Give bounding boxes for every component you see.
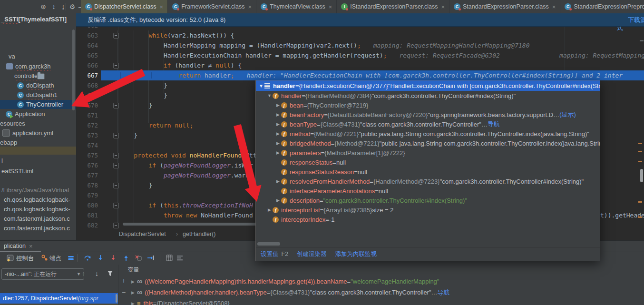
- tree-item-_SSTI[interactable]: _SSTI [ThymeleafSSTI]: [0, 15, 76, 24]
- tab-ThymeleafView.class[interactable]: CThymeleafView.class×: [256, 0, 337, 13]
- tree-item-doDispath1[interactable]: CdoDispath1: [0, 90, 76, 99]
- chevron-right-icon[interactable]: ▶: [275, 112, 281, 117]
- popup-row-interceptorList[interactable]: ▶finterceptorList = {ArrayList@7385} siz…: [256, 205, 600, 215]
- chevron-right-icon[interactable]: ▶: [275, 103, 281, 108]
- chevron-right-icon[interactable]: ▶: [275, 141, 281, 146]
- run-to-cursor-icon[interactable]: [147, 254, 155, 262]
- sidebar-scrollbar[interactable]: [72, 30, 75, 110]
- remove-watch-button[interactable]: −: [121, 289, 127, 295]
- fold-marker[interactable]: [113, 163, 119, 168]
- tab-StandardExpressionParser.class[interactable]: CStandardExpressionParser.class×: [449, 0, 560, 13]
- tab-DispatcherServlet.class[interactable]: CDispatcherServlet.class×: [81, 0, 168, 13]
- console-icon[interactable]: [7, 254, 14, 262]
- tab-FrameworkServlet.class[interactable]: CFrameworkServlet.class×: [168, 0, 256, 13]
- tree-item-ebapp[interactable]: ebapp: [0, 138, 76, 147]
- fold-marker[interactable]: [113, 33, 119, 39]
- close-icon[interactable]: ×: [248, 4, 252, 10]
- watch-row[interactable]: ▶oo((WelcomePageHandlerMapping)this.hand…: [131, 276, 644, 286]
- tree-item-controller[interactable]: controller: [0, 71, 76, 80]
- tree-item-com.garck3h[interactable]: com.garck3h: [0, 62, 76, 71]
- chevron-right-icon[interactable]: ▶: [275, 198, 281, 203]
- tree-item-application.yml[interactable]: application.yml: [0, 128, 76, 138]
- code-line-663[interactable]: 663 while(var2.hasNext()) {: [76, 30, 644, 40]
- tab-IStandardExpressionParser.class[interactable]: IIStandardExpressionParser.class×: [337, 0, 449, 13]
- chevron-right-icon[interactable]: ▶: [131, 301, 137, 305]
- prev-frame-icon[interactable]: ↑: [82, 270, 85, 277]
- locate-icon[interactable]: ⊕: [39, 2, 48, 11]
- tree-item-Application[interactable]: CApplication: [0, 109, 76, 118]
- tree-item-com.fasterxml.jackson.c[interactable]: com.fasterxml.jackson.c: [0, 214, 76, 223]
- frames-scrollbar[interactable]: [116, 294, 117, 303]
- mute-breakpoints-icon[interactable]: [67, 254, 75, 262]
- fold-marker[interactable]: [113, 183, 119, 188]
- popup-row-bridgedMethod[interactable]: ▶fbridgedMethod = {Method@7221} "public …: [256, 138, 600, 148]
- popup-row-resolvedFromHandlerMethod[interactable]: ▶fresolvedFromHandlerMethod = {HandlerMe…: [256, 177, 600, 186]
- tree-item-ch.qos.logback:logback-[interactable]: ch.qos.logback:logback-: [0, 195, 76, 204]
- tree-item-doDispath[interactable]: CdoDispath: [0, 81, 76, 90]
- popup-row-parameters[interactable]: ▶fparameters = {MethodParameter[1]@7222}: [256, 148, 600, 157]
- fold-marker[interactable]: [113, 133, 119, 138]
- drop-frame-icon[interactable]: [135, 254, 142, 262]
- tree-item-esources[interactable]: esources: [0, 119, 76, 128]
- endpoints-label[interactable]: 端点: [49, 255, 61, 263]
- console-label[interactable]: 控制台: [16, 255, 34, 263]
- step-over-icon[interactable]: [84, 254, 91, 262]
- fold-marker[interactable]: [113, 153, 119, 158]
- endpoints-icon[interactable]: [41, 254, 49, 262]
- chevron-down-icon[interactable]: ▼: [266, 93, 273, 98]
- collapse-all-icon[interactable]: ↨: [59, 2, 68, 11]
- vertical-scrollbar[interactable]: [640, 169, 643, 182]
- fold-marker[interactable]: [113, 63, 119, 69]
- tree-item-eafSSTI.iml[interactable]: eafSSTI.iml: [0, 167, 76, 176]
- set-value-link[interactable]: 设置值: [261, 250, 279, 258]
- value-link[interactable]: 导航: [438, 288, 450, 297]
- popup-row-description[interactable]: ▶fdescription = "com.garck3h.controller.…: [256, 196, 600, 205]
- popup-row-beanType[interactable]: ▶fbeanType = {Class@4731} "class com.gar…: [256, 119, 600, 129]
- popup-row-handler[interactable]: ▼fhandler = {HandlerMethod@7384} "com.ga…: [256, 91, 600, 100]
- fold-marker[interactable]: [113, 223, 119, 228]
- chevron-right-icon[interactable]: ▶: [266, 207, 273, 212]
- evaluate-expression-icon[interactable]: [166, 254, 173, 262]
- tree-item-ThyController[interactable]: CThyController: [0, 100, 76, 109]
- tab-application[interactable]: plication ×: [0, 241, 36, 251]
- force-step-into-icon[interactable]: [109, 254, 117, 262]
- layout-settings-icon[interactable]: [176, 254, 184, 262]
- add-watch-button[interactable]: +: [121, 278, 127, 284]
- popup-row-interceptorIndex[interactable]: finterceptorIndex = -1: [256, 215, 600, 224]
- close-icon[interactable]: ×: [29, 243, 33, 249]
- download-sources-link[interactable]: 下载源码: [628, 16, 644, 24]
- tree-item-va[interactable]: va: [0, 52, 76, 61]
- close-icon[interactable]: ×: [160, 4, 164, 10]
- watch-row[interactable]: ▶≡this = {DispatcherServlet@5508}: [131, 298, 644, 305]
- tree-item-com.fasterxml.jackson.c[interactable]: com.fasterxml.jackson.c: [0, 224, 76, 233]
- add-inline-watch-link[interactable]: 添加为内联监视: [335, 250, 377, 258]
- code-line-664[interactable]: 664 HandlerMapping mapping = (HandlerMap…: [76, 40, 644, 50]
- filter-frames-icon[interactable]: [107, 270, 114, 277]
- value-link[interactable]: 导航: [488, 120, 500, 128]
- fold-marker[interactable]: [113, 103, 119, 108]
- chevron-right-icon[interactable]: ▶: [275, 122, 281, 127]
- popup-row-responseStatus[interactable]: fresponseStatus = null: [256, 157, 600, 167]
- code-line-666[interactable]: 666 if (handler ≠ null) {: [76, 60, 644, 70]
- popup-row-method[interactable]: ▶fmethod = {Method@7221} "public java.la…: [256, 129, 600, 138]
- chevron-right-icon[interactable]: ▶: [131, 279, 137, 284]
- watch-row[interactable]: ▶oo((HandlerMethod)handler.handler).bean…: [131, 287, 644, 297]
- chevron-right-icon[interactable]: ▶: [275, 150, 281, 155]
- close-icon[interactable]: ×: [552, 4, 556, 10]
- code-line-667[interactable]: 667 return handler;handler: "HandlerExec…: [76, 70, 644, 80]
- close-icon[interactable]: ×: [441, 4, 445, 10]
- tree-item-ch.qos.logback:logback-[interactable]: ch.qos.logback:logback-: [0, 205, 76, 214]
- fold-marker[interactable]: [113, 203, 119, 208]
- close-icon[interactable]: ×: [329, 4, 332, 10]
- chevron-right-icon[interactable]: ▶: [275, 131, 281, 136]
- popup-row-responseStatusReason[interactable]: fresponseStatusReason = null: [256, 167, 600, 177]
- chevron-right-icon[interactable]: ▶: [131, 290, 137, 295]
- thread-selector[interactable]: -nio-...ain": 正在运行▼: [1, 268, 84, 280]
- tree-item-row[interactable]: [0, 147, 76, 155]
- value-link[interactable]: (显示): [559, 110, 576, 119]
- settings-gear-icon[interactable]: ⚙: [68, 2, 77, 11]
- breadcrumb-method[interactable]: getHandler(): [183, 228, 215, 240]
- stack-frame-row[interactable]: dler:1257, DispatcherServlet (org.spr: [0, 293, 118, 304]
- create-renderer-link[interactable]: 创建渲染器: [297, 250, 327, 258]
- chevron-right-icon[interactable]: ▶: [275, 179, 281, 184]
